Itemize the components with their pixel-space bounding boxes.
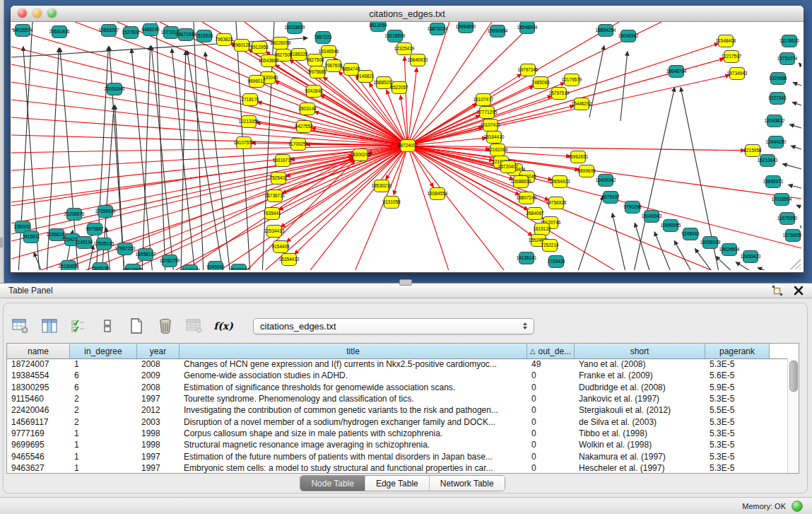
table-cell[interactable]: 5.3E-5 <box>705 463 770 473</box>
column-header-pagerank[interactable]: pagerank <box>705 344 770 358</box>
table-cell[interactable]: Stergiakouli et al. (2012) <box>575 405 705 415</box>
table-cell[interactable]: Disruption of a novel member of a sodium… <box>180 417 527 427</box>
graph-node[interactable]: 21138373 <box>180 265 201 271</box>
graph-edge[interactable] <box>801 226 801 227</box>
table-cell[interactable]: Tibbo et al. (1998) <box>575 428 705 438</box>
graph-edge[interactable] <box>783 164 801 169</box>
graph-node[interactable]: 19316731 <box>273 155 293 167</box>
graph-node[interactable]: 7252214 <box>541 240 559 252</box>
graph-edge[interactable] <box>151 46 174 270</box>
table-cell[interactable]: 1 <box>70 452 137 462</box>
graph-node[interactable]: 12093832 <box>765 115 785 127</box>
new-column-icon[interactable] <box>127 317 146 335</box>
table-cell[interactable]: 2 <box>70 417 137 427</box>
table-cell[interactable]: 0 <box>527 463 575 473</box>
graph-edge[interactable] <box>11 117 408 146</box>
table-cell[interactable]: 2008 <box>137 382 180 392</box>
table-cell[interactable]: 5.3E-5 <box>705 417 770 427</box>
graph-node[interactable]: 20206576 <box>64 209 85 221</box>
graph-node[interactable]: 8912953 <box>250 42 269 54</box>
graph-node[interactable]: 1733426 <box>547 256 565 268</box>
table-cell[interactable]: 6 <box>70 382 137 392</box>
graph-node[interactable]: 16958107 <box>136 249 156 261</box>
graph-node[interactable]: 11700251 <box>288 139 309 151</box>
graph-node[interactable]: 18107553 <box>234 137 254 149</box>
graph-node[interactable]: 19734943 <box>727 68 748 80</box>
table-cell[interactable]: 9699695 <box>7 440 70 450</box>
table-cell[interactable]: 0 <box>527 394 575 404</box>
graph-edge[interactable] <box>790 124 801 128</box>
graph-node[interactable]: 1527602 <box>122 27 140 39</box>
table-cell[interactable]: 0 <box>527 382 575 392</box>
graph-node[interactable]: 7905195 <box>91 263 110 271</box>
graph-edge[interactable] <box>181 51 186 270</box>
column-header-year[interactable]: year <box>137 344 180 358</box>
graph-node[interactable]: 7515526 <box>195 30 213 42</box>
table-cell[interactable]: 9463627 <box>7 463 70 473</box>
graph-node[interactable]: 9131058 <box>382 197 401 209</box>
network-table-select[interactable]: citations_edges.txt <box>253 318 534 334</box>
table-cell[interactable]: 9777169 <box>7 428 70 438</box>
graph-edge[interactable] <box>792 103 801 105</box>
graph-edge[interactable] <box>612 214 626 270</box>
graph-edge[interactable] <box>674 241 693 270</box>
graph-node[interactable]: 14671938 <box>176 29 196 41</box>
graph-node[interactable]: 12769050 <box>783 230 801 242</box>
scrollbar-thumb[interactable] <box>789 361 798 392</box>
table-cell[interactable]: 2 <box>70 405 137 415</box>
close-panel-icon[interactable] <box>794 286 804 296</box>
table-cell[interactable]: Jankovic et al. (1997) <box>575 394 705 404</box>
column-header-short[interactable]: short <box>575 344 705 358</box>
table-cell[interactable]: 0 <box>527 405 575 415</box>
tab-edge-table[interactable]: Edge Table <box>365 476 430 491</box>
graph-node[interactable]: 8679197 <box>601 192 620 204</box>
graph-node[interactable]: 20691406 <box>49 26 70 38</box>
graph-edge[interactable] <box>408 22 534 146</box>
table-cell[interactable]: 1997 <box>137 394 180 404</box>
table-cell[interactable]: Dudbridge et al. (2008) <box>575 382 705 392</box>
column-header-in-degree[interactable]: in_degree <box>70 344 137 358</box>
graph-node[interactable]: 16875224 <box>428 23 448 35</box>
graph-edge[interactable] <box>799 63 801 66</box>
graph-node[interactable]: 12325419 <box>394 43 415 55</box>
table-cell[interactable]: Tourette syndrome. Phenomenology and cla… <box>180 394 527 404</box>
graph-node[interactable]: 18854254 <box>596 25 616 37</box>
table-row[interactable]: 1938455462009Genome-wide association stu… <box>7 370 788 381</box>
graph-node[interactable]: 28226058 <box>271 37 291 49</box>
graph-node[interactable]: 12444150 <box>766 136 787 148</box>
table-cell[interactable]: Hescheler et al. (1997) <box>575 463 705 473</box>
graph-edge[interactable] <box>354 146 408 270</box>
graph-edge[interactable] <box>408 22 449 146</box>
table-cell[interactable]: 2003 <box>137 417 180 427</box>
float-panel-icon[interactable] <box>772 285 783 296</box>
minimize-window-button[interactable] <box>33 8 42 18</box>
table-cell[interactable]: 2012 <box>137 405 180 415</box>
table-row[interactable]: 969969511998Structural magnetic resonanc… <box>7 439 788 450</box>
graph-edge[interactable] <box>408 74 522 146</box>
graph-node[interactable]: 16962651 <box>568 151 589 163</box>
graph-node[interactable]: 8215958 <box>743 145 762 157</box>
graph-node[interactable]: 15446292 <box>572 98 592 110</box>
graph-node[interactable]: 16782759 <box>160 255 180 267</box>
graph-node[interactable]: 16640933 <box>408 54 428 66</box>
graph-node[interactable]: 18924504 <box>719 244 740 256</box>
graph-node[interactable]: 18300295 <box>351 149 371 161</box>
graph-node[interactable]: 19797345 <box>518 64 539 76</box>
graph-node[interactable]: 12217597 <box>722 51 742 63</box>
graph-edge[interactable] <box>796 205 801 207</box>
graph-node[interactable]: 9242848 <box>305 86 323 98</box>
delete-column-icon[interactable] <box>156 317 175 335</box>
graph-node[interactable]: 9227343 <box>768 93 787 105</box>
zoom-window-button[interactable] <box>47 8 57 18</box>
graph-node[interactable]: 9975887 <box>86 223 104 235</box>
graph-node[interactable]: 15954890 <box>456 22 476 33</box>
graph-node[interactable]: 19654923 <box>550 176 570 188</box>
table-cell[interactable]: 5.9E-5 <box>705 382 770 392</box>
table-cell[interactable]: 0 <box>527 428 575 438</box>
graph-edge[interactable] <box>716 257 736 270</box>
graph-node[interactable]: 16049342 <box>618 30 639 42</box>
graph-node[interactable]: 11178520 <box>779 35 799 47</box>
graph-edge[interactable] <box>131 49 153 270</box>
table-vertical-scrollbar[interactable] <box>787 358 799 473</box>
graph-node[interactable]: 15692971 <box>763 176 784 188</box>
